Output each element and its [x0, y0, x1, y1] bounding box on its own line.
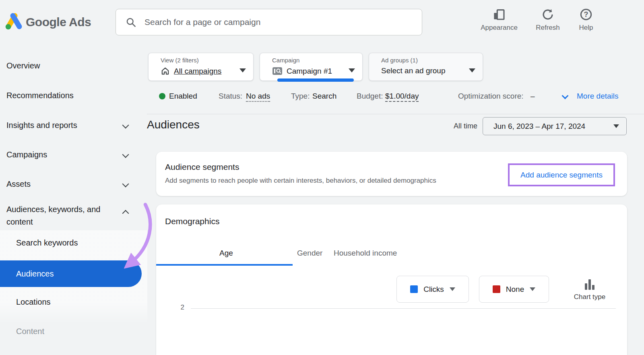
optimization-score-value: –: [530, 92, 535, 101]
sidebar-item-audiences-active[interactable]: Audiences: [0, 260, 142, 287]
view-filter-dropdown[interactable]: View (2 filters) All campaigns: [148, 53, 254, 81]
enabled-status-dot: [159, 93, 165, 99]
sidebar-item-recommendations[interactable]: Recommendations: [6, 91, 74, 100]
chart-type-button[interactable]: Chart type: [568, 279, 612, 301]
help-button[interactable]: ? Help: [573, 8, 599, 32]
audience-segments-card: Audience segments Add segments to reach …: [156, 152, 627, 196]
audience-segments-title: Audience segments: [165, 162, 239, 172]
sidebar-item-overview[interactable]: Overview: [6, 61, 40, 70]
primary-metric-value: Clicks: [423, 285, 444, 294]
global-search-bar[interactable]: [116, 9, 422, 35]
tab-gender[interactable]: Gender: [297, 249, 322, 258]
more-details-chevron-icon[interactable]: [562, 93, 569, 99]
home-icon: [161, 66, 170, 76]
chevron-up-icon[interactable]: [122, 210, 129, 217]
chevron-down-icon[interactable]: [122, 122, 129, 129]
sidebar-item-label: Audiences: [16, 269, 54, 279]
refresh-icon: [541, 8, 554, 21]
campaign-filter-label: Campaign: [272, 57, 299, 64]
search-input[interactable]: [144, 17, 412, 27]
y-axis-tick-label: 2: [175, 303, 184, 312]
help-label: Help: [579, 24, 593, 32]
status-label: Status:: [219, 92, 242, 101]
chevron-down-icon[interactable]: [122, 151, 129, 158]
campaign-filter-dropdown[interactable]: Campaign Campaign #1: [260, 53, 363, 81]
dropdown-arrow-icon: [450, 287, 455, 291]
budget-value-link[interactable]: $1.00/day: [385, 92, 419, 102]
audience-segments-description: Add segments to reach people with certai…: [165, 177, 436, 185]
more-details-button[interactable]: More details: [577, 92, 619, 101]
sidebar-item-assets[interactable]: Assets: [6, 180, 31, 189]
refresh-label: Refresh: [536, 24, 560, 32]
dropdown-arrow-icon: [530, 287, 535, 291]
search-icon: [126, 17, 136, 28]
date-range-selector[interactable]: Jun 6, 2023 – Apr 17, 2024: [483, 117, 627, 135]
clicks-metric-swatch: [410, 285, 418, 293]
sidebar-item-audiences-keywords-content[interactable]: Audiences, keywords, and content: [6, 203, 119, 228]
svg-text:?: ?: [584, 10, 588, 19]
appearance-button[interactable]: Appearance: [476, 8, 522, 32]
secondary-metric-value: None: [506, 285, 524, 294]
type-value: Search: [312, 92, 336, 101]
ad-group-filter-dropdown[interactable]: Ad groups (1) Select an ad group: [369, 53, 483, 81]
page-title: Audiences: [147, 118, 200, 131]
annotation-highlight-box: Add audience segments: [508, 163, 615, 186]
view-filter-value: All campaigns: [174, 67, 221, 76]
demographics-card: Demographics Age Gender Household income…: [156, 204, 627, 355]
active-tab-underline: [156, 264, 293, 266]
enabled-status-text: Enabled: [169, 92, 197, 101]
view-filter-label: View (2 filters): [161, 57, 199, 64]
sidebar-item-content[interactable]: Content: [16, 327, 44, 336]
campaign-icon: [272, 66, 283, 76]
sidebar-item-locations[interactable]: Locations: [16, 297, 51, 307]
sidebar-item-campaigns[interactable]: Campaigns: [6, 150, 47, 159]
google-ads-app: Google Ads Appearance Refresh ?: [0, 0, 644, 355]
none-metric-swatch: [493, 285, 500, 293]
header-divider: [147, 114, 644, 114]
ad-group-filter-value: Select an ad group: [381, 66, 446, 75]
google-ads-logo-icon: [4, 12, 23, 31]
chart-type-icon: [585, 279, 594, 290]
add-audience-segments-button[interactable]: Add audience segments: [520, 171, 603, 180]
tab-age[interactable]: Age: [208, 249, 244, 258]
tab-household-income[interactable]: Household income: [334, 249, 397, 258]
appearance-icon: [493, 8, 506, 21]
dropdown-arrow-icon: [239, 68, 246, 72]
primary-metric-dropdown[interactable]: Clicks: [396, 276, 469, 303]
brand-title: Google Ads: [26, 15, 91, 29]
chart-type-label: Chart type: [574, 293, 605, 301]
chevron-down-icon[interactable]: [122, 181, 129, 188]
type-label: Type:: [291, 92, 310, 101]
status-value-link[interactable]: No ads: [246, 92, 270, 102]
chart-gridline: [191, 308, 616, 309]
refresh-button[interactable]: Refresh: [533, 8, 563, 32]
optimization-score-label: Optimization score:: [458, 92, 524, 101]
budget-label: Budget:: [357, 92, 383, 101]
dropdown-arrow-icon: [613, 124, 619, 128]
date-range-value: Jun 6, 2023 – Apr 17, 2024: [493, 122, 613, 131]
campaign-selected-indicator: [277, 78, 354, 82]
date-preset-label: All time: [442, 122, 477, 130]
campaign-filter-value: Campaign #1: [287, 67, 332, 76]
sidebar-item-insights-and-reports[interactable]: Insights and reports: [6, 121, 77, 130]
demographics-title: Demographics: [165, 217, 219, 226]
appearance-label: Appearance: [481, 24, 518, 32]
ad-group-filter-label: Ad groups (1): [381, 57, 418, 64]
dropdown-arrow-icon: [469, 68, 475, 72]
help-icon: ?: [580, 8, 592, 21]
secondary-metric-dropdown[interactable]: None: [479, 276, 549, 303]
sidebar-item-search-keywords[interactable]: Search keywords: [16, 238, 78, 248]
dropdown-arrow-icon: [349, 68, 355, 72]
